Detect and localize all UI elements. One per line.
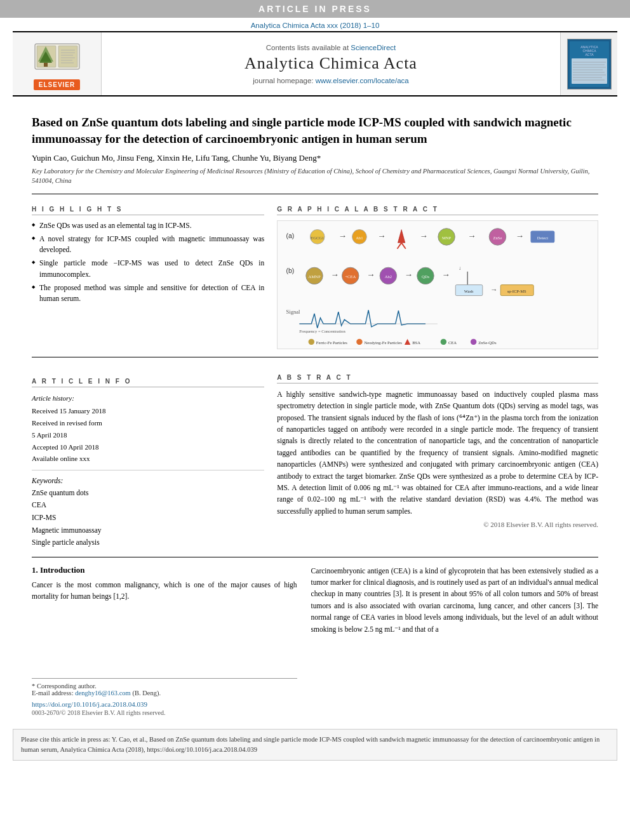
highlight-item-2: A novel strategy for ICP-MS coupled with…	[32, 234, 264, 256]
authors: Yupin Cao, Guichun Mo, Jinsu Feng, Xinxi…	[32, 153, 598, 163]
email-suffix: (B. Deng).	[132, 690, 161, 697]
svg-text:Wash: Wash	[464, 289, 474, 293]
highlights-graphical-row: H I G H L I G H T S ZnSe QDs was used as…	[32, 202, 598, 349]
email-label: E-mail address:	[32, 690, 75, 697]
svg-text:MNP: MNP	[442, 235, 452, 239]
divider-3	[32, 557, 598, 557]
svg-text:(b): (b)	[286, 267, 295, 274]
main-content: Based on ZnSe quantum dots labeling and …	[0, 97, 630, 723]
highlight-item-3: Single particle mode −ICP-MS was used to…	[32, 258, 264, 280]
keywords-label: Keywords:	[32, 477, 264, 484]
article-in-press-banner: ARTICLE IN PRESS	[0, 0, 630, 18]
svg-text:CEA: CEA	[448, 340, 457, 345]
homepage-url[interactable]: www.elsevier.com/locate/aca	[316, 77, 409, 84]
footnote-section: * Corresponding author. E-mail address: …	[32, 678, 297, 716]
contents-available-label: Contents lists available at ScienceDirec…	[266, 44, 396, 51]
received-date: Received 15 January 2018	[32, 407, 105, 415]
svg-text:EGCG1: EGCG1	[311, 235, 324, 239]
accepted-date: Accepted 10 April 2018	[32, 443, 98, 451]
keywords-section: Keywords: ZnSe quantum dots CEA ICP-MS M…	[32, 477, 264, 549]
svg-text:Signal: Signal	[286, 309, 300, 315]
svg-point-68	[309, 338, 314, 344]
article-history: Article history: Received 15 January 201…	[32, 392, 264, 465]
divider-2	[32, 357, 598, 357]
svg-text:Ab1: Ab1	[356, 235, 363, 239]
intro-left-col: 1. Introduction Cancer is the most commo…	[32, 565, 297, 717]
introduction-section: 1. Introduction Cancer is the most commo…	[32, 565, 598, 717]
graphical-abstract-section: G R A P H I C A L A B S T R A C T (a) EG…	[277, 202, 598, 349]
svg-text:→: →	[331, 270, 339, 279]
svg-text:→: →	[442, 270, 450, 279]
svg-text:Ab2: Ab2	[385, 274, 392, 279]
graphical-abstract-image-area: (a) EGCG1 → Ab1 → → MNP →	[277, 220, 598, 349]
abstract-text: A highly sensitive sandwich-type magneti…	[277, 389, 598, 517]
svg-text:(a): (a)	[286, 232, 295, 239]
sciencedirect-link[interactable]: ScienceDirect	[351, 44, 396, 51]
svg-text:AMNP: AMNP	[309, 274, 321, 279]
affiliation: Key Laboratory for the Chemistry and Mol…	[32, 167, 598, 185]
article-title: Based on ZnSe quantum dots labeling and …	[32, 114, 598, 147]
citation-box: Please cite this article in press as: Y.…	[13, 729, 617, 761]
abstract-section: A B S T R A C T A highly sensitive sandw…	[277, 370, 598, 549]
svg-text:→: →	[420, 230, 428, 240]
intro-text-right: Carcinoembryonic antigen (CEA) is a kind…	[311, 565, 598, 635]
journal-header: ELSEVIER Contents lists available at Sci…	[13, 31, 617, 97]
svg-text:ZnSe: ZnSe	[493, 235, 502, 239]
article-history-label: Article history:	[32, 392, 264, 404]
keyword-3: ICP-MS	[32, 514, 56, 521]
keyword-5: Single particle analysis	[32, 538, 100, 546]
svg-text:→: →	[467, 230, 476, 240]
received-revised-label: Received in revised form	[32, 419, 102, 427]
doi-link[interactable]: https://doi.org/10.1016/j.aca.2018.04.03…	[32, 700, 297, 708]
elsevier-logo-area: ELSEVIER	[13, 32, 102, 95]
highlights-label: H I G H L I G H T S	[32, 206, 264, 215]
abstract-label: A B S T R A C T	[277, 374, 598, 383]
intro-right-col: Carcinoembryonic antigen (CEA) is a kind…	[311, 565, 598, 717]
divider-1	[32, 194, 598, 194]
svg-text:→: →	[338, 230, 347, 240]
keyword-2: CEA	[32, 501, 46, 509]
elsevier-tree-logo	[32, 37, 83, 76]
graphical-abstract-diagram: (a) EGCG1 → Ab1 → → MNP →	[281, 225, 594, 345]
svg-rect-2	[58, 46, 77, 67]
email-footnote: E-mail address: denghy16@163.com (B. Den…	[32, 690, 297, 697]
svg-text:+CEA: +CEA	[345, 274, 356, 279]
svg-line-34	[398, 243, 402, 248]
svg-text:BSA: BSA	[412, 340, 420, 345]
svg-marker-33	[398, 229, 405, 243]
elsevier-wordmark: ELSEVIER	[34, 79, 80, 90]
intro-heading: 1. Introduction	[32, 565, 297, 575]
article-info-label: A R T I C L E I N F O	[32, 378, 264, 387]
homepage-label: journal homepage: www.elsevier.com/locat…	[253, 77, 408, 84]
highlight-item-1: ZnSe QDs was used as an elemental tag in…	[32, 220, 264, 231]
svg-text:ZnSe-QDs: ZnSe-QDs	[478, 340, 497, 345]
svg-text:Ferric-Fe Particles: Ferric-Fe Particles	[316, 340, 347, 345]
issn-line: 0003-2670/© 2018 Elsevier B.V. All right…	[32, 709, 297, 716]
keyword-4: Magnetic immunoassay	[32, 526, 102, 534]
svg-point-76	[471, 338, 476, 344]
svg-text:Detect: Detect	[537, 235, 548, 239]
svg-line-35	[401, 243, 406, 248]
thin-divider-1	[32, 470, 264, 470]
keyword-1: ZnSe quantum dots	[32, 489, 88, 497]
svg-text:→: →	[367, 270, 375, 279]
svg-text:→: →	[405, 270, 413, 279]
svg-point-74	[441, 338, 446, 344]
graphical-abstract-label: G R A P H I C A L A B S T R A C T	[277, 206, 598, 215]
journal-cover-thumbnail: ANALYTICA CHIMICA ACTA	[567, 39, 612, 90]
journal-reference: Analytica Chimica Acta xxx (2018) 1–10	[0, 18, 630, 31]
highlights-section: H I G H L I G H T S ZnSe QDs was used as…	[32, 202, 264, 349]
svg-text:Neodying-Fe Particles: Neodying-Fe Particles	[365, 340, 403, 345]
svg-text:→: →	[490, 286, 497, 293]
svg-point-70	[356, 338, 362, 344]
svg-text:QDs: QDs	[422, 274, 430, 279]
svg-text:ACTA: ACTA	[585, 53, 594, 57]
journal-title: Analytica Chimica Acta	[245, 54, 417, 73]
highlight-item-4: The proposed method was simple and sensi…	[32, 283, 264, 305]
copyright-line: © 2018 Elsevier B.V. All rights reserved…	[277, 521, 598, 528]
email-link[interactable]: denghy16@163.com	[75, 690, 131, 697]
highlights-list: ZnSe QDs was used as an elemental tag in…	[32, 220, 264, 305]
svg-marker-72	[405, 338, 410, 344]
article-info-abstract-row: A R T I C L E I N F O Article history: R…	[32, 365, 598, 549]
svg-text:Frequency = Concentration: Frequency = Concentration	[300, 329, 346, 333]
